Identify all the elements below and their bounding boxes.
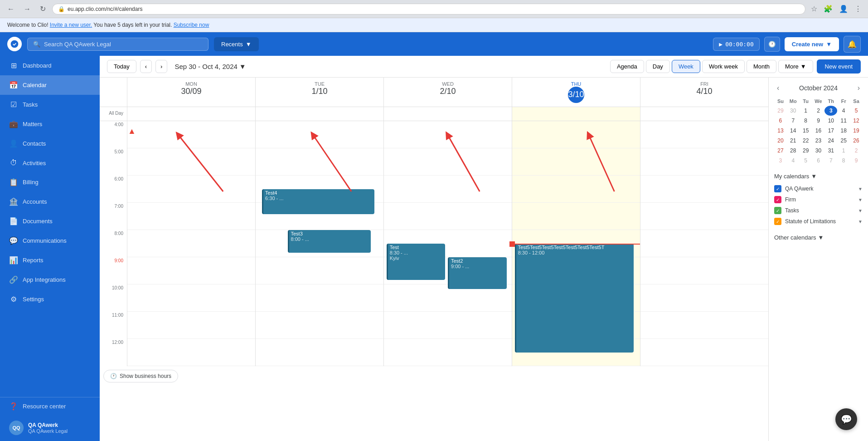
my-calendars-title[interactable]: My calendars ▼ — [774, 173, 863, 180]
mini-cal-day-0-6[interactable]: 5 — [850, 106, 863, 116]
calendar-entry-statute[interactable]: ✓ Statute of Limitations ▼ — [774, 216, 863, 227]
sidebar-item-settings[interactable]: ⚙ Settings — [0, 289, 100, 309]
create-new-button[interactable]: Create new ▼ — [785, 37, 839, 51]
back-button[interactable]: ← — [5, 3, 17, 15]
mini-cal-day-5-3[interactable]: 6 — [812, 156, 825, 166]
cal-dropdown-qa-qawerk[interactable]: ▼ — [858, 186, 863, 191]
mini-cal-day-2-2[interactable]: 15 — [800, 126, 812, 136]
mini-cal-day-3-5[interactable]: 25 — [837, 136, 850, 146]
mini-cal-day-3-4[interactable]: 24 — [824, 136, 837, 146]
mini-cal-prev-button[interactable]: ‹ — [774, 83, 782, 93]
event-test2[interactable]: Test2 9:00 - ... — [448, 257, 507, 289]
mini-cal-day-0-0[interactable]: 29 — [774, 106, 787, 116]
sidebar-item-app-integrations[interactable]: 🔗 App Integrations — [0, 270, 100, 289]
clock-button[interactable]: 🕐 — [764, 37, 780, 52]
menu-button[interactable]: ⋮ — [853, 3, 863, 15]
mini-cal-day-1-6[interactable]: 12 — [850, 116, 863, 126]
day-column-tue[interactable]: Test4 6:30 - ... Test3 8:00 - ... — [255, 121, 383, 366]
search-box[interactable]: 🔍 Search QA QAwerk Legal — [27, 38, 209, 51]
mini-cal-next-button[interactable]: › — [855, 83, 863, 93]
mini-cal-day-1-5[interactable]: 11 — [837, 116, 850, 126]
resource-center[interactable]: ❓ Resource center — [0, 397, 100, 415]
calendar-main[interactable]: Mon 30/09 Tue 1/10 Wed 2/10 Thu 3/10 — [100, 78, 768, 441]
mini-cal-day-4-3[interactable]: 30 — [812, 146, 825, 156]
allday-cell-mon[interactable] — [127, 107, 255, 121]
mini-cal-day-2-6[interactable]: 19 — [850, 126, 863, 136]
calendar-entry-qa-qawerk[interactable]: ✓ QA QAwerk ▼ — [774, 183, 863, 194]
extensions-button[interactable]: 🧩 — [822, 3, 834, 15]
mini-cal-day-5-6[interactable]: 9 — [850, 156, 863, 166]
mini-cal-day-2-0[interactable]: 13 — [774, 126, 787, 136]
mini-cal-day-4-4[interactable]: 31 — [824, 146, 837, 156]
view-agenda-button[interactable]: Agenda — [610, 60, 644, 73]
app-logo[interactable] — [7, 37, 22, 51]
bookmark-button[interactable]: ☆ — [809, 3, 819, 15]
event-test3[interactable]: Test3 8:00 - ... — [288, 230, 371, 253]
sidebar-item-documents[interactable]: 📄 Documents — [0, 211, 100, 231]
sidebar-item-accounts[interactable]: 🏦 Accounts — [0, 192, 100, 211]
other-calendars-title[interactable]: Other calendars ▼ — [774, 234, 863, 241]
sidebar-item-dashboard[interactable]: ⊞ Dashboard — [0, 56, 100, 75]
mini-cal-day-5-5[interactable]: 8 — [837, 156, 850, 166]
sidebar-item-calendar[interactable]: 📅 Calendar — [0, 75, 100, 95]
mini-cal-day-3-6[interactable]: 26 — [850, 136, 863, 146]
calendar-entry-firm[interactable]: ✓ Firm ▼ — [774, 194, 863, 205]
profile-button[interactable]: 👤 — [837, 3, 850, 15]
mini-cal-day-4-6[interactable]: 2 — [850, 146, 863, 156]
mini-cal-day-0-4[interactable]: 3 — [824, 106, 837, 116]
day-column-mon[interactable] — [127, 121, 255, 366]
day-column-wed[interactable]: Test 8:30 - ... Kyiv Test2 9:00 - ... — [383, 121, 512, 366]
mini-cal-day-2-5[interactable]: 18 — [837, 126, 850, 136]
view-month-button[interactable]: Month — [747, 60, 776, 73]
day-header-thu[interactable]: Thu 3/10 — [512, 78, 640, 107]
mini-cal-day-1-3[interactable]: 9 — [812, 116, 825, 126]
sidebar-item-tasks[interactable]: ☑ Tasks — [0, 95, 100, 114]
view-week-button[interactable]: Week — [672, 60, 700, 73]
calendar-title[interactable]: Sep 30 - Oct 4, 2024 ▼ — [175, 63, 246, 70]
next-period-button[interactable]: › — [155, 60, 167, 73]
day-header-wed[interactable]: Wed 2/10 — [383, 78, 512, 107]
event-test5[interactable]: Test5Test5Test5Test5Test5Test5Test5T 8:3… — [515, 244, 634, 353]
mini-cal-day-0-2[interactable]: 1 — [800, 106, 812, 116]
allday-cell-fri[interactable] — [640, 107, 768, 121]
mini-cal-day-1-4[interactable]: 10 — [824, 116, 837, 126]
mini-cal-day-3-2[interactable]: 22 — [800, 136, 812, 146]
mini-calendar-title[interactable]: October 2024 — [799, 84, 838, 92]
day-header-tue[interactable]: Tue 1/10 — [255, 78, 383, 107]
mini-cal-day-3-3[interactable]: 23 — [812, 136, 825, 146]
mini-cal-day-4-5[interactable]: 1 — [837, 146, 850, 156]
cal-dropdown-firm[interactable]: ▼ — [858, 197, 863, 202]
mini-cal-day-3-1[interactable]: 21 — [787, 136, 800, 146]
allday-cell-wed[interactable] — [383, 107, 512, 121]
mini-cal-day-1-0[interactable]: 6 — [774, 116, 787, 126]
event-test4[interactable]: Test4 6:30 - ... — [262, 189, 374, 214]
mini-cal-day-4-2[interactable]: 29 — [800, 146, 812, 156]
recents-button[interactable]: Recents ▼ — [214, 37, 259, 51]
day-header-mon[interactable]: Mon 30/09 — [127, 78, 255, 107]
day-header-fri[interactable]: Fri 4/10 — [640, 78, 768, 107]
calendar-entry-tasks[interactable]: ✓ Tasks ▼ — [774, 205, 863, 216]
mini-cal-day-0-5[interactable]: 4 — [837, 106, 850, 116]
view-day-button[interactable]: Day — [646, 60, 670, 73]
cal-dropdown-statute[interactable]: ▼ — [858, 219, 863, 224]
more-views-button[interactable]: More ▼ — [778, 60, 813, 73]
invite-user-link[interactable]: Invite a new user. — [50, 22, 92, 28]
mini-cal-day-2-4[interactable]: 17 — [824, 126, 837, 136]
forward-button[interactable]: → — [21, 3, 34, 15]
chat-fab-button[interactable]: 💬 — [835, 408, 857, 430]
sidebar-item-matters[interactable]: 💼 Matters — [0, 114, 100, 134]
user-profile[interactable]: QQ QA QAwerk QA QAwerk Legal — [0, 415, 100, 441]
day-column-fri[interactable] — [640, 121, 768, 366]
mini-cal-day-5-1[interactable]: 4 — [787, 156, 800, 166]
mini-cal-day-4-0[interactable]: 27 — [774, 146, 787, 156]
mini-cal-day-4-1[interactable]: 28 — [787, 146, 800, 156]
sidebar-item-billing[interactable]: 📋 Billing — [0, 172, 100, 192]
sidebar-item-reports[interactable]: 📊 Reports — [0, 250, 100, 270]
mini-cal-day-5-4[interactable]: 7 — [824, 156, 837, 166]
allday-cell-tue[interactable] — [255, 107, 383, 121]
refresh-button[interactable]: ↻ — [37, 3, 48, 15]
mini-cal-day-2-1[interactable]: 14 — [787, 126, 800, 136]
event-test[interactable]: Test 8:30 - ... Kyiv — [387, 244, 446, 280]
prev-period-button[interactable]: ‹ — [140, 60, 152, 73]
mini-cal-day-2-3[interactable]: 16 — [812, 126, 825, 136]
